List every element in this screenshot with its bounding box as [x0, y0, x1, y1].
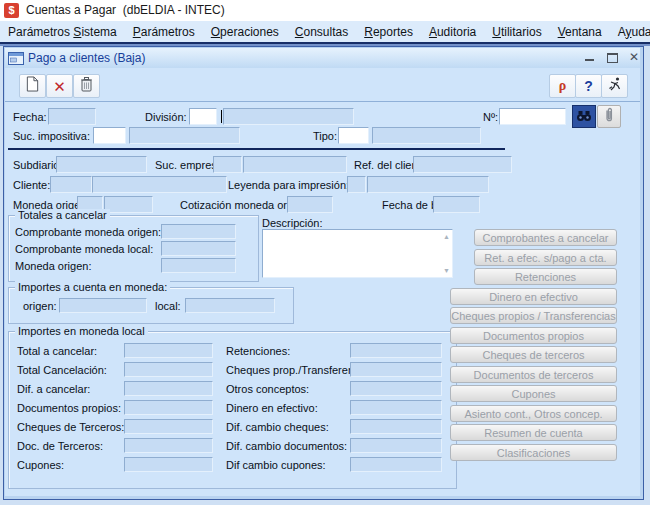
comprobante-moneda-local-label: Comprobante moneda local: — [15, 243, 153, 255]
text-cursor — [221, 110, 222, 123]
new-document-icon — [25, 75, 40, 97]
suc-empresa-code-field — [213, 156, 242, 173]
help-button[interactable]: ? — [575, 74, 602, 98]
cheques-prop-transferen-field — [350, 362, 442, 377]
importes-moneda-local-title: Importes en moneda local — [15, 325, 148, 337]
binoculars-icon — [576, 108, 592, 126]
retenciones-field — [350, 343, 442, 358]
menu-parametros[interactable]: Parámetros — [125, 25, 203, 39]
resumen-de-cuenta-button[interactable]: Resumen de cuenta — [450, 424, 617, 441]
origen-label: origen: — [23, 300, 57, 312]
cliente-code-field — [50, 176, 92, 193]
exit-button[interactable] — [601, 74, 628, 98]
menu-operaciones[interactable]: Operaciones — [203, 25, 287, 39]
dialog-form-icon — [8, 52, 24, 65]
menu-consultas[interactable]: Consultas — [287, 25, 356, 39]
comprobantes-a-cancelar-button[interactable]: Comprobantes a cancelar — [474, 229, 617, 246]
scroll-down-icon[interactable]: ▼ — [443, 267, 450, 274]
local-label: local: — [155, 300, 181, 312]
cliente-name-field — [92, 176, 227, 193]
running-person-icon — [607, 76, 623, 96]
fecha-field — [48, 108, 96, 125]
retenciones-label: Retenciones: — [226, 345, 290, 357]
asiento-cont-otros-concep-button[interactable]: Asiento cont., Otros concep. — [450, 405, 617, 422]
cheques-prop-transferen-label: Cheques prop./Transferen.: — [226, 364, 360, 376]
dif-cambio-documentos-label: Dif. cambio documentos: — [226, 440, 347, 452]
suc-impositiva-label: Suc. impositiva: — [13, 130, 90, 142]
close-button[interactable]: ✕ — [629, 50, 639, 64]
importes-a-cuenta-group: Importes a cuenta en moneda: origen: loc… — [8, 287, 294, 324]
comprobante-moneda-local-field — [161, 241, 236, 256]
documentos-de-terceros-button[interactable]: Documentos de terceros — [450, 366, 617, 383]
otros-conceptos-field — [350, 381, 442, 396]
whistle-icon: ρ — [559, 79, 567, 93]
subdiario-field — [56, 156, 147, 173]
dif-cambio-cupones-field — [350, 457, 442, 472]
minimize-button[interactable] — [585, 59, 594, 61]
total-a-cancelar-field — [124, 343, 213, 358]
menu-reportes[interactable]: Reportes — [356, 25, 421, 39]
cupones-field — [124, 457, 213, 472]
menu-parametros-sistema[interactable]: Parámetros Sistema — [0, 25, 125, 39]
leyenda-name-field — [367, 176, 489, 193]
dialog-titlebar[interactable]: Pago a clientes (Baja) — [5, 48, 640, 68]
moneda-origen-total-field — [161, 258, 236, 273]
section-separator — [8, 148, 505, 150]
cheques-de-terceros-button[interactable]: Cheques de terceros — [450, 346, 617, 363]
tipo-code-input[interactable] — [338, 127, 369, 144]
whistle-button[interactable]: ρ — [549, 74, 576, 98]
importe-origen-field — [59, 298, 147, 313]
total-a-cancelar-label: Total a cancelar: — [17, 345, 97, 357]
dinero-en-efectivo-field — [350, 400, 442, 415]
delete-record-button[interactable] — [73, 74, 100, 98]
division-name-field — [223, 108, 354, 125]
maximize-button[interactable] — [607, 53, 618, 63]
documentos-propios-button[interactable]: Documentos propios — [450, 327, 617, 344]
totales-a-cancelar-title: Totales a cancelar — [15, 209, 110, 221]
importe-local-field — [185, 298, 275, 313]
cotizacion-field — [287, 196, 333, 213]
menu-ayuda[interactable]: Ayuda — [610, 25, 650, 39]
total-cancelacion-label: Total Cancelación: — [17, 364, 107, 376]
documentos-propios-label: Documentos propios: — [17, 402, 121, 414]
maximize-icon — [607, 53, 618, 63]
importes-moneda-local-group: Importes en moneda local Total a cancela… — [8, 331, 457, 489]
cupones-button[interactable]: Cupones — [450, 385, 617, 402]
moneda-origen-name-field — [104, 196, 153, 213]
help-icon: ? — [584, 79, 593, 93]
suc-impositiva-code-input[interactable] — [93, 127, 126, 144]
new-record-button[interactable] — [19, 74, 46, 98]
dialog-title: Pago a clientes (Baja) — [28, 51, 145, 65]
paperclip-icon — [604, 107, 614, 127]
nro-input[interactable] — [499, 108, 566, 125]
trash-icon — [79, 76, 94, 97]
dif-cambio-documentos-field — [350, 438, 442, 453]
division-code-input[interactable] — [189, 108, 217, 125]
search-button[interactable] — [572, 105, 596, 128]
attachment-button[interactable] — [597, 105, 621, 128]
ret-a-efec-spago-a-cta-button[interactable]: Ret. a efec. s/pago a cta. — [474, 249, 617, 266]
cheques-propios-transferencias-button[interactable]: Cheques propios / Transferencias — [450, 307, 617, 324]
window-title: Cuentas a Pagar (dbELDIA - INTEC) — [26, 3, 225, 17]
dinero-en-efectivo-label: Dinero en efectivo: — [226, 402, 318, 414]
window-titlebar: $ Cuentas a Pagar (dbELDIA - INTEC) — [0, 0, 650, 21]
fecha-baja-field — [433, 196, 480, 213]
minimize-icon — [585, 59, 594, 61]
menu-ventana[interactable]: Ventana — [550, 25, 610, 39]
app-icon: $ — [4, 3, 19, 18]
clasificaciones-button[interactable]: Clasificaciones — [450, 444, 617, 461]
cupones-label: Cupones: — [17, 459, 64, 471]
leyenda-label: Leyenda para impresión: — [228, 179, 349, 191]
menu-auditoria[interactable]: Auditoria — [421, 25, 484, 39]
dif-cambio-cupones-label: Dif cambio cupones: — [226, 459, 326, 471]
cancel-record-button[interactable]: ✕ — [46, 74, 73, 98]
menu-utilitarios[interactable]: Utilitarios — [484, 25, 549, 39]
division-label: División: — [145, 111, 187, 123]
descripcion-textarea[interactable]: ▲ ▼ — [262, 229, 453, 278]
dif-cambio-cheques-field — [350, 419, 442, 434]
retenciones-button[interactable]: Retenciones — [474, 268, 617, 285]
scroll-up-icon[interactable]: ▲ — [443, 233, 450, 240]
cliente-label: Cliente: — [13, 179, 50, 191]
dinero-en-efectivo-button[interactable]: Dinero en efectivo — [450, 288, 617, 305]
documentos-propios-field — [124, 400, 213, 415]
